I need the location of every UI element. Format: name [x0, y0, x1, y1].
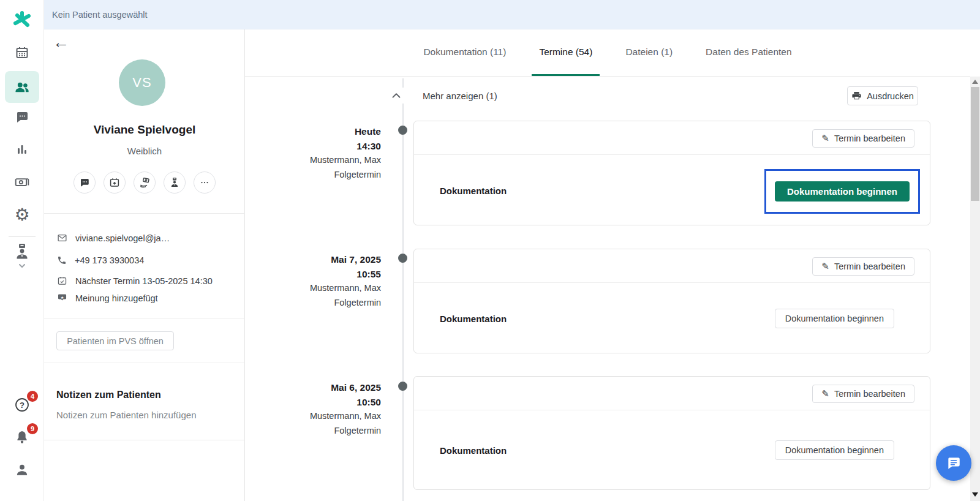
- message-patient-button[interactable]: [74, 171, 96, 194]
- appointment-card: ✎ Termin bearbeiten Dokumentation Dokume…: [413, 376, 930, 490]
- appointment-card: ✎ Termin bearbeiten Dokumentation Dokume…: [413, 249, 930, 353]
- begin-documentation-button[interactable]: Dokumentation beginnen: [775, 440, 894, 460]
- next-appointment-row: Nächster Termin 13-05-2025 14:30: [57, 276, 213, 286]
- scrollbar-thumb[interactable]: [971, 87, 979, 201]
- panel-divider: [44, 213, 245, 214]
- timeline-entry: Mai 6, 2025 10:50 Mustermann, Max Folget…: [270, 380, 381, 438]
- patient-action-row: [44, 171, 245, 194]
- entry-type: Folgetermin: [270, 296, 381, 311]
- patient-phone-row: +49 173 3930034: [57, 255, 144, 265]
- review-status: Meinung hinzugefügt: [75, 293, 158, 303]
- sidebar-item-practitioner[interactable]: [5, 239, 39, 273]
- sidebar-item-settings[interactable]: ⚙: [5, 200, 39, 230]
- sidebar-item-messages[interactable]: [5, 102, 39, 132]
- collapse-chevron-up-icon[interactable]: [388, 88, 404, 104]
- tab-dateien[interactable]: Dateien (1): [618, 29, 680, 76]
- sidebar-item-billing[interactable]: [5, 167, 39, 197]
- panel-divider: [44, 363, 245, 363]
- doctor-icon: [169, 177, 180, 188]
- payment-hand-icon: [139, 177, 151, 189]
- tab-dokumentation[interactable]: Dokumentation (11): [416, 29, 513, 76]
- calendar-plus-icon: [109, 177, 120, 188]
- next-appointment: Nächster Termin 13-05-2025 14:30: [75, 276, 213, 286]
- scrollbar-up-arrow[interactable]: [972, 80, 978, 84]
- svg-text:★: ★: [61, 295, 64, 299]
- patient-email-row: viviane.spielvogel@ja…: [57, 233, 170, 243]
- print-button-label: Ausdrucken: [867, 91, 914, 101]
- panel-divider: [44, 440, 245, 440]
- sidebar-item-statistics[interactable]: [5, 135, 39, 164]
- begin-documentation-button[interactable]: Dokumentation beginnen: [775, 309, 894, 328]
- app-sidebar: ⚙ ? 4: [0, 0, 44, 501]
- edit-appointment-button[interactable]: ✎ Termin bearbeiten: [812, 129, 914, 148]
- sidebar-divider: [9, 236, 36, 237]
- appointment-card-header: ✎ Termin bearbeiten: [414, 249, 930, 283]
- new-appointment-button[interactable]: [104, 171, 126, 194]
- money-icon: [14, 174, 30, 190]
- topbar: Kein Patient ausgewählt: [44, 0, 980, 29]
- entry-date: Heute: [270, 124, 381, 139]
- appointment-card-body: Dokumentation Dokumentation beginnen: [414, 283, 930, 353]
- edit-appointment-label: Termin bearbeiten: [834, 389, 905, 399]
- patient-phone: +49 173 3930034: [75, 255, 144, 265]
- patient-email: viviane.spielvogel@ja…: [75, 233, 170, 243]
- notes-title: Notizen zum Patienten: [56, 390, 161, 401]
- gear-icon: ⚙: [14, 206, 29, 224]
- panel-divider: [44, 318, 245, 318]
- print-button[interactable]: Ausdrucken: [847, 86, 918, 105]
- edit-appointment-button[interactable]: ✎ Termin bearbeiten: [812, 385, 914, 403]
- timeline-entry: Heute 14:30 Mustermann, Max Folgetermin: [270, 124, 381, 182]
- sidebar-item-patients[interactable]: [5, 71, 39, 103]
- assign-practitioner-button[interactable]: [164, 171, 186, 194]
- printer-icon: [851, 91, 862, 101]
- pencil-icon: ✎: [821, 388, 829, 399]
- edit-appointment-button[interactable]: ✎ Termin bearbeiten: [812, 257, 914, 276]
- tab-termine[interactable]: Termine (54): [532, 29, 600, 76]
- calendar-icon: [15, 45, 29, 60]
- timeline: [402, 78, 404, 501]
- email-icon: [57, 233, 67, 243]
- begin-documentation-button[interactable]: Dokumentation beginnen: [775, 181, 910, 202]
- timeline-entry: Mai 7, 2025 10:55 Mustermann, Max Folget…: [270, 252, 381, 310]
- scrollbar-down-arrow[interactable]: [972, 492, 978, 497]
- patient-panel: ← VS Viviane Spielvogel Weiblich: [44, 29, 245, 501]
- appointment-card: ✎ Termin bearbeiten Dokumentation Dokume…: [413, 121, 930, 225]
- support-chat-fab[interactable]: [936, 445, 971, 481]
- chat-bubble-icon: [946, 455, 962, 471]
- appointment-card-body: Dokumentation Dokumentation beginnen: [414, 410, 930, 490]
- entry-date: Mai 7, 2025: [270, 252, 381, 267]
- help-badge: 4: [27, 391, 38, 402]
- sidebar-item-profile[interactable]: [5, 455, 39, 484]
- scrollbar-track[interactable]: [970, 77, 980, 501]
- tab-patientendaten[interactable]: Daten des Patienten: [698, 29, 799, 76]
- timeline-dot: [398, 126, 407, 135]
- review-flag-icon: ★: [57, 293, 67, 303]
- add-notes-placeholder[interactable]: Notizen zum Patienten hinzufügen: [56, 410, 196, 420]
- sidebar-item-calendar[interactable]: [5, 38, 39, 67]
- appointment-card-header: ✎ Termin bearbeiten: [414, 377, 930, 410]
- entry-patient: Mustermann, Max: [270, 409, 381, 424]
- patient-gender: Weiblich: [44, 146, 245, 156]
- open-pvs-button[interactable]: Patienten im PVS öffnen: [56, 331, 174, 350]
- back-arrow-icon[interactable]: ←: [53, 34, 69, 51]
- svg-text:?: ?: [20, 401, 24, 410]
- patient-name: Viviane Spielvogel: [44, 123, 245, 137]
- pencil-icon: ✎: [821, 133, 829, 144]
- documentation-label: Dokumentation: [440, 185, 507, 195]
- bar-chart-icon: [15, 142, 29, 157]
- ellipsis-icon: [199, 177, 210, 188]
- payment-button[interactable]: [134, 171, 156, 194]
- pencil-icon: ✎: [821, 261, 829, 272]
- entry-type: Folgetermin: [270, 424, 381, 439]
- entry-patient: Mustermann, Max: [270, 153, 381, 168]
- more-actions-button[interactable]: [194, 171, 216, 194]
- patient-selection-status: Kein Patient ausgewählt: [52, 10, 148, 20]
- chat-icon: [79, 177, 90, 188]
- entry-time: 14:30: [270, 139, 381, 154]
- app-logo[interactable]: [5, 5, 39, 34]
- review-status-row: ★ Meinung hinzugefügt: [57, 293, 158, 303]
- entry-type: Folgetermin: [270, 168, 381, 183]
- show-more-link[interactable]: Mehr anzeigen (1): [423, 91, 497, 101]
- entry-time: 10:55: [270, 267, 381, 282]
- calendar-check-icon: [57, 276, 67, 286]
